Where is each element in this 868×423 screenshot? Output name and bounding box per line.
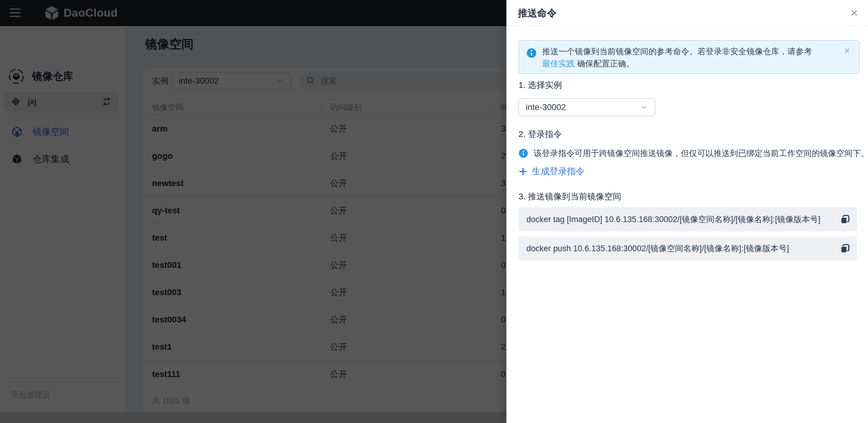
close-icon[interactable]: ✕	[850, 0, 858, 26]
step2-info-row: 该登录指令可用于跨镜像空间推送镜像，但仅可以推送到已绑定当前工作空间的镜像空间下…	[519, 148, 868, 159]
plus-icon	[519, 167, 528, 176]
copy-icon[interactable]	[840, 243, 850, 254]
info-icon	[526, 48, 537, 58]
drawer-title: 推送命令	[518, 0, 557, 26]
alert-line2: 最佳实践 确保配置正确。	[542, 58, 827, 70]
info-icon	[519, 149, 528, 158]
drawer-instance-value: inte-30002	[526, 102, 640, 112]
docker-push-command: docker push 10.6.135.168:30002/[镜像空间名称]/…	[526, 236, 789, 261]
drawer-header: 推送命令 ✕	[506, 0, 868, 26]
generate-login-command-link[interactable]: 生成登录指令	[519, 165, 585, 178]
generate-login-command-label: 生成登录指令	[532, 165, 585, 178]
alert-line1: 推送一个镜像到当前镜像空间的参考命令。若登录非安全镜像仓库，请参考	[542, 46, 827, 58]
alert-close-icon[interactable]: ✕	[843, 46, 850, 56]
step2-title: 2. 登录指令	[519, 128, 562, 140]
docker-tag-command-box: docker tag [ImageID] 10.6.135.168:30002/…	[519, 207, 857, 232]
info-alert: 推送一个镜像到当前镜像空间的参考命令。若登录非安全镜像仓库，请参考 最佳实践 确…	[519, 40, 860, 74]
docker-tag-command: docker tag [ImageID] 10.6.135.168:30002/…	[526, 207, 820, 232]
best-practice-link[interactable]: 最佳实践	[542, 59, 575, 68]
docker-push-command-box: docker push 10.6.135.168:30002/[镜像空间名称]/…	[519, 236, 857, 261]
step2-info-text: 该登录指令可用于跨镜像空间推送镜像，但仅可以推送到已绑定当前工作空间的镜像空间下…	[534, 148, 868, 159]
push-command-drawer: 推送命令 ✕ 推送一个镜像到当前镜像空间的参考命令。若登录非安全镜像仓库，请参考…	[506, 0, 868, 423]
alert-line2-tail: 确保配置正确。	[577, 59, 634, 68]
chevron-down-icon	[640, 103, 648, 112]
drawer-instance-select[interactable]: inte-30002	[519, 98, 655, 116]
step1-title: 1. 选择实例	[519, 80, 562, 91]
copy-icon[interactable]	[840, 214, 850, 225]
alert-text: 推送一个镜像到当前镜像空间的参考命令。若登录非安全镜像仓库，请参考 最佳实践 确…	[542, 46, 827, 70]
step3-title: 3. 推送镜像到当前镜像空间	[519, 191, 621, 203]
